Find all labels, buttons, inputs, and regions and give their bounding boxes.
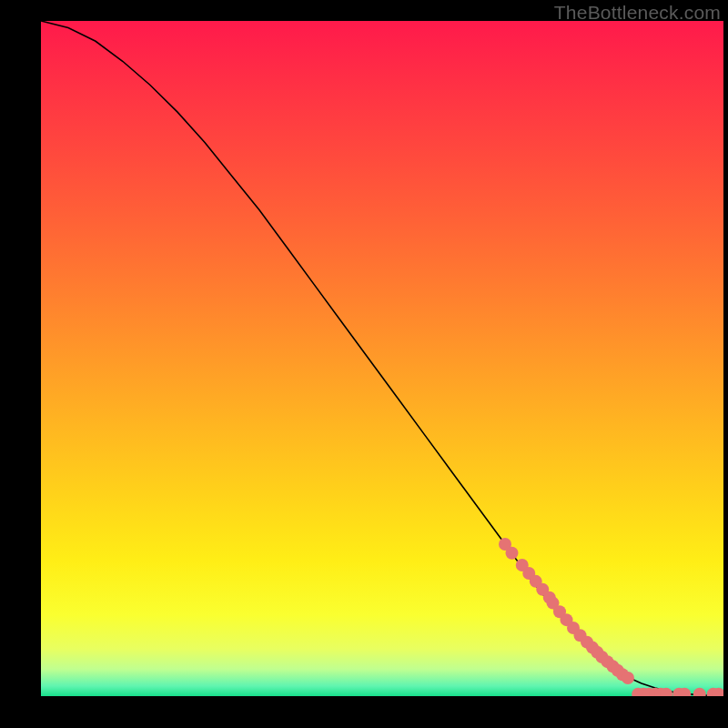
data-marker	[506, 547, 519, 560]
plot-area	[41, 21, 723, 696]
chart-frame: TheBottleneck.com	[0, 0, 728, 728]
gradient-background	[41, 21, 723, 696]
data-marker	[622, 672, 634, 684]
chart-svg	[41, 21, 723, 696]
watermark-text: TheBottleneck.com	[554, 2, 721, 24]
